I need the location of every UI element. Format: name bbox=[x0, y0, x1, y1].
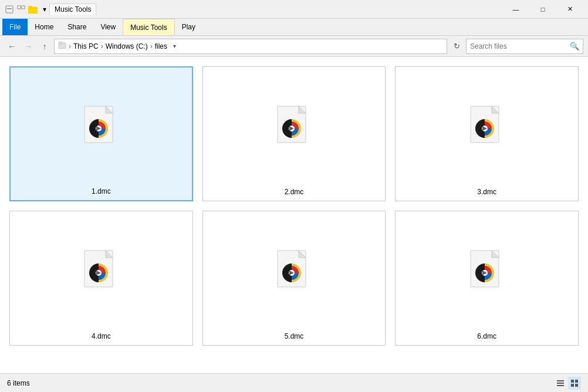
path-sep-3: › bbox=[150, 42, 153, 50]
file-label-6: 6.dmc bbox=[477, 332, 496, 340]
file-icon-area-3 bbox=[400, 72, 573, 185]
path-folder[interactable]: files bbox=[155, 42, 167, 50]
minimize-button[interactable]: — bbox=[502, 0, 529, 19]
file-label-3: 3.dmc bbox=[477, 188, 496, 196]
file-icon-area-5 bbox=[208, 216, 381, 330]
svg-rect-8 bbox=[59, 42, 62, 44]
search-box[interactable]: 🔍 bbox=[466, 39, 583, 54]
file-item-2[interactable]: 2.dmc bbox=[202, 66, 386, 201]
path-dropdown-icon[interactable]: ▾ bbox=[168, 43, 180, 49]
tab-play[interactable]: Play bbox=[175, 19, 202, 35]
svg-rect-1 bbox=[7, 8, 12, 9]
system-icon-folder bbox=[28, 5, 38, 14]
title-bar-system-icons: ▾ bbox=[5, 5, 49, 14]
file-item-1[interactable]: 1.dmc bbox=[9, 66, 193, 201]
file-item-3[interactable]: 3.dmc bbox=[395, 66, 579, 201]
svg-rect-2 bbox=[18, 6, 21, 9]
back-button[interactable]: ← bbox=[5, 39, 19, 53]
search-input[interactable] bbox=[470, 42, 570, 50]
file-item-5[interactable]: 5.dmc bbox=[202, 211, 386, 346]
tab-home[interactable]: Home bbox=[28, 19, 60, 35]
ribbon-tabs: File Home Share View Music Tools Play bbox=[0, 19, 588, 35]
file-icon-area-1 bbox=[15, 72, 187, 185]
svg-rect-43 bbox=[575, 380, 578, 383]
path-drive[interactable]: Windows (C:) bbox=[106, 42, 148, 50]
address-path[interactable]: › This PC › Windows (C:) › files ▾ bbox=[54, 39, 447, 54]
tab-view[interactable]: View bbox=[93, 19, 123, 35]
item-count: 6 items bbox=[7, 379, 30, 387]
tab-music-tools[interactable]: Music Tools bbox=[123, 19, 174, 35]
file-label-4: 4.dmc bbox=[92, 332, 111, 340]
file-label-5: 5.dmc bbox=[285, 332, 304, 340]
large-icons-view-button[interactable] bbox=[568, 377, 581, 390]
system-icon-down: ▾ bbox=[40, 5, 49, 14]
details-view-button[interactable] bbox=[554, 377, 567, 390]
address-bar: ← → ↑ › This PC › Windows (C:) › files ▾… bbox=[0, 36, 588, 57]
svg-rect-39 bbox=[557, 380, 564, 381]
system-icon-1 bbox=[5, 5, 14, 14]
svg-rect-41 bbox=[557, 385, 564, 386]
maximize-button[interactable]: □ bbox=[529, 0, 556, 19]
path-sep-2: › bbox=[101, 42, 103, 50]
svg-rect-44 bbox=[571, 384, 574, 387]
tab-share[interactable]: Share bbox=[60, 19, 93, 35]
path-sep-1: › bbox=[69, 42, 71, 50]
refresh-button[interactable]: ↻ bbox=[450, 39, 464, 53]
status-bar: 6 items bbox=[0, 373, 588, 392]
view-toggle bbox=[554, 377, 581, 390]
file-icon-area-4 bbox=[15, 216, 188, 330]
file-item-6[interactable]: 6.dmc bbox=[395, 211, 579, 346]
path-quick-access bbox=[58, 41, 66, 51]
search-icon[interactable]: 🔍 bbox=[570, 42, 579, 50]
file-item-4[interactable]: 4.dmc bbox=[9, 211, 193, 346]
title-bar: ▾ Music Tools — □ ✕ bbox=[0, 0, 588, 19]
tab-file[interactable]: File bbox=[2, 19, 28, 35]
system-icon-2 bbox=[16, 5, 26, 14]
window-controls: — □ ✕ bbox=[502, 0, 583, 19]
svg-rect-0 bbox=[6, 6, 13, 13]
path-thispc[interactable]: This PC bbox=[73, 42, 99, 50]
forward-button[interactable]: → bbox=[21, 39, 35, 53]
file-label-2: 2.dmc bbox=[285, 188, 304, 196]
active-ribbon-tab-label: Music Tools bbox=[49, 4, 96, 15]
file-label-1: 1.dmc bbox=[92, 187, 111, 195]
svg-rect-40 bbox=[557, 383, 564, 384]
up-button[interactable]: ↑ bbox=[38, 39, 52, 53]
ribbon: File Home Share View Music Tools Play bbox=[0, 19, 588, 36]
svg-rect-3 bbox=[22, 6, 25, 9]
file-icon-area-2 bbox=[208, 72, 381, 185]
close-button[interactable]: ✕ bbox=[556, 0, 583, 19]
svg-rect-45 bbox=[575, 384, 578, 387]
svg-rect-42 bbox=[571, 380, 574, 383]
file-icon-area-6 bbox=[400, 216, 573, 330]
file-grid: 1.dmc 2.dmc bbox=[0, 57, 588, 374]
